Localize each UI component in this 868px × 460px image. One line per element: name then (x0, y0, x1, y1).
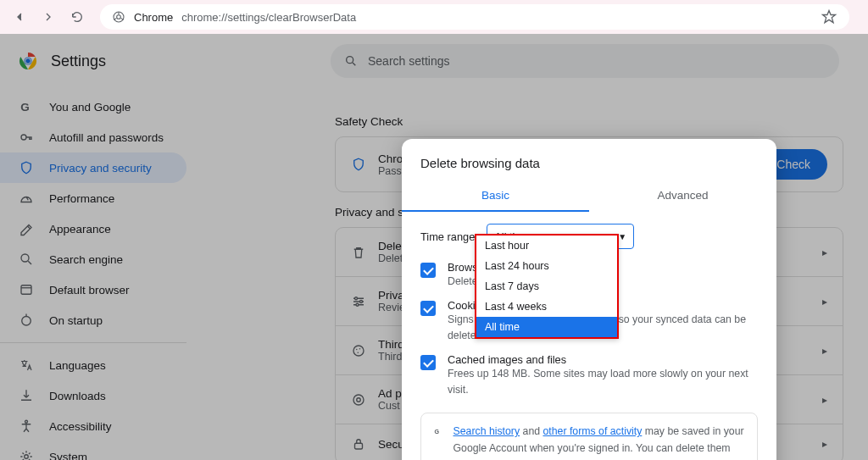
svg-point-1 (117, 15, 121, 19)
browser-toolbar: Chrome chrome://settings/clearBrowserDat… (0, 0, 868, 34)
checkbox-checked-icon[interactable] (420, 355, 436, 370)
google-account-info: G Search history and other forms of acti… (420, 413, 758, 460)
tab-advanced[interactable]: Advanced (589, 182, 776, 212)
dropdown-item-last-24-hours[interactable]: Last 24 hours (476, 256, 617, 276)
google-g-icon: G (433, 424, 442, 441)
back-arrow-icon (13, 10, 26, 24)
checkbox-checked-icon[interactable] (420, 263, 436, 278)
checkbox-checked-icon[interactable] (420, 301, 436, 316)
dialog-title: Delete browsing data (402, 139, 776, 182)
search-history-link[interactable]: Search history (453, 425, 520, 437)
dropdown-item-last-7-days[interactable]: Last 7 days (476, 276, 617, 297)
option-cached[interactable]: Cached images and files Frees up 148 MB.… (420, 348, 758, 402)
dropdown-item-last-4-weeks[interactable]: Last 4 weeks (476, 297, 617, 317)
reload-icon (70, 10, 84, 24)
site-label: Chrome (134, 11, 173, 24)
bookmark-star-icon[interactable] (821, 8, 837, 25)
chrome-icon (112, 10, 125, 24)
dialog-tabs: Basic Advanced (402, 182, 776, 212)
dropdown-item-all-time[interactable]: All time (476, 317, 617, 337)
other-activity-link[interactable]: other forms of activity (542, 425, 642, 437)
url-text: chrome://settings/clearBrowserData (181, 11, 356, 24)
time-range-label: Time range (420, 230, 475, 243)
forward-button[interactable] (39, 8, 58, 26)
tab-basic[interactable]: Basic (402, 182, 589, 212)
back-button[interactable] (10, 8, 29, 26)
reload-button[interactable] (68, 8, 86, 26)
chevron-down-icon: ▼ (618, 232, 626, 241)
svg-text:G: G (435, 430, 440, 436)
forward-arrow-icon (42, 10, 55, 24)
time-range-dropdown: Last hour Last 24 hours Last 7 days Last… (475, 234, 619, 339)
address-bar[interactable]: Chrome chrome://settings/clearBrowserDat… (100, 4, 849, 30)
dropdown-item-last-hour[interactable]: Last hour (476, 236, 617, 256)
